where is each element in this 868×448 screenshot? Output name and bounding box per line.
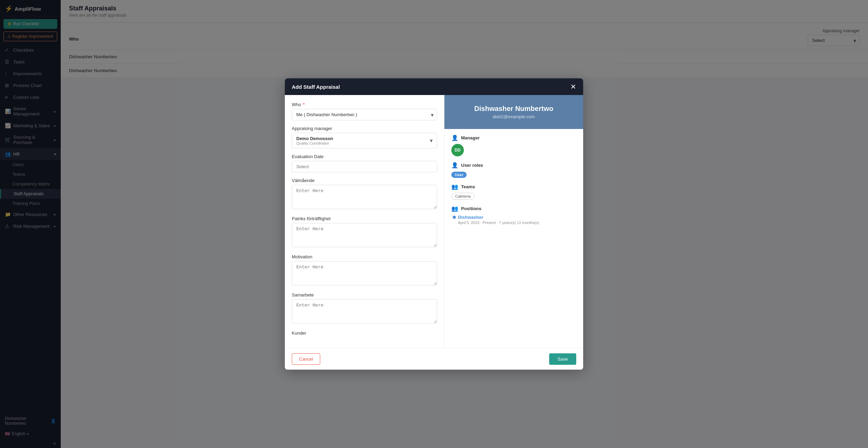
motivation-form-group: Motivation [292,254,437,287]
appraising-manager-label: Appraising manager [292,126,437,131]
who-select-wrapper: Me ( Dishwasher Numbertwo ) [292,109,437,120]
modal-close-button[interactable]: ✕ [570,83,576,90]
profile-panel: Dishwasher Numbertwo dish2@example.com 👤… [444,95,583,348]
profile-info: 👤 Manager DD 👤 User roles User [444,129,583,236]
modal-form: Who * Me ( Dishwasher Numbertwo ) Apprai… [285,95,444,348]
kunder-label: Kunder [292,330,437,336]
patriks-label: Patriks förträfflighet [292,216,437,221]
required-indicator: * [303,102,305,107]
profile-manager-section: 👤 Manager DD [451,135,576,156]
who-form-group: Who * Me ( Dishwasher Numbertwo ) [292,102,437,120]
patriks-textarea[interactable] [292,223,437,247]
motivation-label: Motivation [292,254,437,259]
profile-name: Dishwasher Numbertwo [453,105,575,113]
teams-section-icon: 👥 [451,183,458,190]
position-dates: April 5, 2015 · Present · 7 years(s) 11 … [453,221,576,225]
manager-icon: 👤 [451,135,458,141]
profile-teams-section: 👥 Teams Cafeteria [451,183,576,200]
evaluation-date-label: Evaluation Date [292,154,437,159]
profile-positions-section: 👥 Positions Dishwasher April 5, 2015 · P… [451,205,576,225]
valmande-form-group: Välmående [292,178,437,210]
position-name: Dishwasher [458,215,483,220]
position-dot [453,216,456,219]
modal-overlay: Add Staff Appraisal ✕ Who * Me ( Dishwas… [0,0,868,448]
profile-email: dish2@example.com [453,114,575,119]
team-tag: Cafeteria [451,193,475,200]
profile-user-roles-section: 👤 User roles User [451,162,576,178]
positions-icon: 👥 [451,205,458,212]
kunder-form-group: Kunder [292,330,437,336]
motivation-textarea[interactable] [292,261,437,285]
save-button[interactable]: Save [549,353,576,365]
positions-label: Positions [461,206,482,211]
evaluation-date-form-group: Evaluation Date [292,154,437,172]
who-label: Who * [292,102,437,107]
samarbete-form-group: Samarbete [292,292,437,325]
modal-header: Add Staff Appraisal ✕ [285,78,583,95]
manager-avatar: DD [451,144,464,156]
modal-title: Add Staff Appraisal [292,84,340,90]
user-roles-icon: 👤 [451,162,458,169]
cancel-button[interactable]: Cancel [292,353,320,365]
chevron-down-manager-icon: ▾ [430,137,433,144]
modal-body: Who * Me ( Dishwasher Numbertwo ) Apprai… [285,95,583,348]
profile-banner: Dishwasher Numbertwo dish2@example.com [444,95,583,129]
valmande-label: Välmående [292,178,437,183]
appraising-manager-form-group: Appraising manager Demo Demosson Quality… [292,126,437,148]
appraising-manager-role: Quality Coordinator [296,141,333,145]
appraising-manager-box: Demo Demosson Quality Coordinator ▾ [292,133,437,148]
samarbete-label: Samarbete [292,292,437,298]
teams-section-label: Teams [461,184,475,189]
appraising-manager-name: Demo Demosson [296,136,333,141]
add-staff-appraisal-modal: Add Staff Appraisal ✕ Who * Me ( Dishwas… [285,78,583,370]
user-roles-label: User roles [461,163,483,168]
manager-label: Manager [461,135,479,140]
user-role-tag: User [451,172,467,178]
samarbete-textarea[interactable] [292,299,437,324]
modal-footer: Cancel Save [285,348,583,370]
evaluation-date-input[interactable] [292,161,437,172]
patriks-form-group: Patriks förträfflighet [292,216,437,249]
who-select[interactable]: Me ( Dishwasher Numbertwo ) [292,109,437,120]
valmande-textarea[interactable] [292,185,437,209]
